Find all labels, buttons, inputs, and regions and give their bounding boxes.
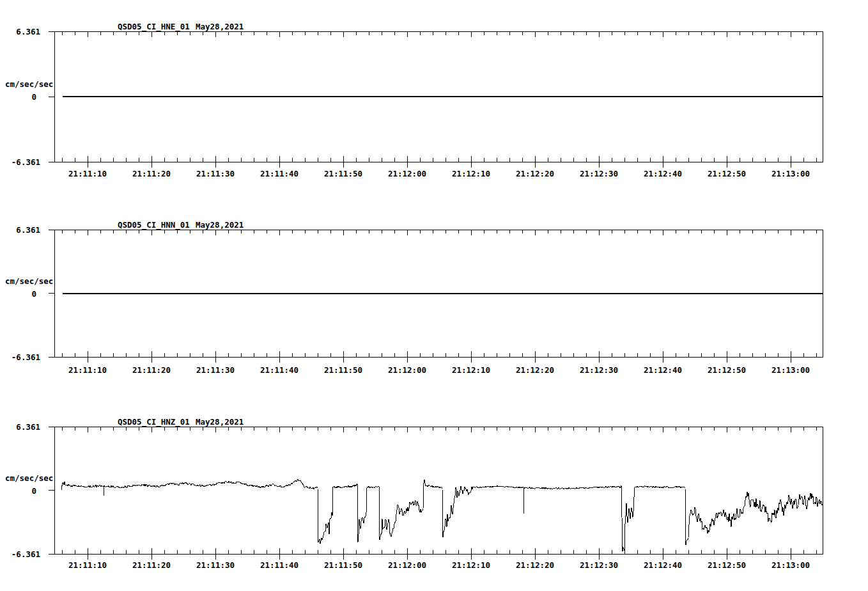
x-tick-label: 21:11:10 [68, 560, 107, 570]
x-tick-label: 21:12:50 [708, 560, 746, 570]
y-tick-label-min: -6.361 [12, 157, 40, 167]
y-tick-label-max: 6.361 [16, 422, 40, 432]
x-tick-label: 21:12:30 [580, 169, 618, 178]
panel-title: QSD05_CI_HNN_01 [118, 220, 190, 230]
seismogram-panel-hnz: QSD05_CI_HNZ_01May28,20216.3610-6.361cm/… [5, 417, 823, 570]
y-tick-label-min: -6.361 [12, 549, 40, 559]
x-tick-label: 21:12:50 [708, 365, 746, 375]
x-tick-label: 21:12:30 [580, 560, 618, 570]
x-tick-label: 21:11:20 [132, 169, 171, 178]
panel-date: May28,2021 [196, 220, 244, 230]
x-tick-label: 21:12:10 [452, 169, 490, 178]
x-tick-label: 21:11:30 [196, 169, 235, 178]
x-tick-label: 21:12:10 [452, 560, 490, 570]
y-axis-unit-label: cm/sec/sec [5, 276, 53, 286]
y-tick-label-max: 6.361 [16, 27, 40, 36]
panel-date: May28,2021 [196, 22, 244, 31]
x-tick-label: 21:11:10 [68, 169, 107, 178]
seismogram-page: QSD05_CI_HNE_01May28,20216.3610-6.361cm/… [0, 0, 868, 591]
x-tick-label: 21:11:20 [132, 560, 171, 570]
y-tick-label-min: -6.361 [12, 352, 40, 362]
waveform-trace-hnz [61, 479, 823, 551]
x-tick-label: 21:13:00 [771, 169, 810, 178]
axis-ticks [49, 230, 816, 363]
axis-ticks [49, 427, 816, 560]
x-tick-label: 21:12:50 [708, 169, 746, 178]
x-tick-label: 21:12:30 [580, 365, 618, 375]
x-tick-label: 21:12:00 [388, 365, 426, 375]
x-tick-label: 21:11:40 [260, 560, 298, 570]
x-tick-label: 21:11:50 [324, 560, 362, 570]
x-tick-label: 21:12:00 [388, 560, 426, 570]
x-tick-label: 21:13:00 [771, 560, 810, 570]
panel-title: QSD05_CI_HNE_01 [118, 22, 190, 32]
x-tick-label: 21:12:40 [644, 560, 682, 570]
panel-date: May28,2021 [196, 417, 244, 427]
x-tick-label: 21:12:20 [516, 560, 554, 570]
x-tick-label: 21:11:30 [196, 560, 235, 570]
seismogram-panel-hne: QSD05_CI_HNE_01May28,20216.3610-6.361cm/… [5, 22, 823, 178]
x-tick-label: 21:12:10 [452, 365, 490, 375]
seismogram-panel-hnn: QSD05_CI_HNN_01May28,20216.3610-6.361cm/… [5, 220, 823, 375]
x-tick-label: 21:12:20 [516, 169, 554, 178]
x-tick-label: 21:11:30 [196, 365, 235, 375]
x-tick-label: 21:11:10 [68, 365, 107, 375]
x-tick-label: 21:11:50 [324, 169, 362, 178]
panel-title: QSD05_CI_HNZ_01 [118, 417, 190, 427]
x-tick-label: 21:11:40 [260, 169, 298, 178]
x-tick-label: 21:11:40 [260, 365, 298, 375]
seismogram-canvas: QSD05_CI_HNE_01May28,20216.3610-6.361cm/… [0, 0, 868, 591]
y-tick-label-zero: 0 [31, 486, 36, 496]
x-tick-label: 21:11:50 [324, 365, 362, 375]
plot-border [54, 427, 823, 554]
x-tick-label: 21:12:40 [644, 365, 682, 375]
y-axis-unit-label: cm/sec/sec [5, 473, 53, 483]
x-tick-label: 21:11:20 [132, 365, 171, 375]
x-tick-label: 21:13:00 [771, 365, 810, 375]
x-tick-label: 21:12:00 [388, 169, 426, 178]
y-tick-label-zero: 0 [31, 289, 36, 299]
x-tick-label: 21:12:20 [516, 365, 554, 375]
y-axis-unit-label: cm/sec/sec [5, 79, 53, 89]
axis-ticks [49, 31, 816, 168]
y-tick-label-zero: 0 [31, 92, 36, 102]
y-tick-label-max: 6.361 [16, 225, 40, 235]
x-tick-label: 21:12:40 [644, 169, 682, 178]
